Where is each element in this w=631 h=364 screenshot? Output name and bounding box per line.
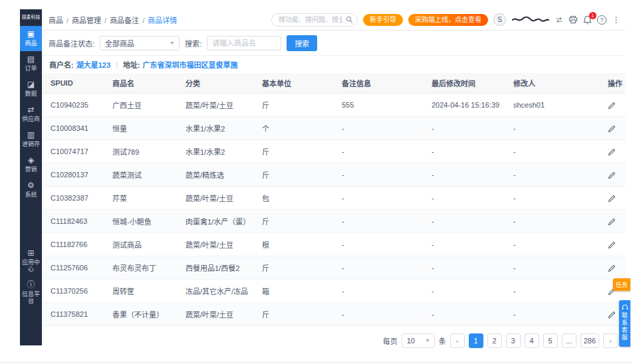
sidebar-item-icon: ◈: [28, 156, 34, 165]
chevron-down-icon: [170, 42, 174, 45]
cell-category: 蔬菜/叶菜/土豆: [182, 303, 258, 326]
cell-category: 蔬菜/精炼选: [182, 163, 258, 187]
global-search: [271, 13, 358, 27]
customer-service-label: 联系客服: [620, 312, 629, 341]
guide-button[interactable]: 新手引导: [363, 14, 403, 26]
cell-product-name: 测试商品: [108, 233, 182, 256]
merchant-address-link[interactable]: 广东省深圳市福田区显俊草施: [143, 59, 238, 70]
status-filter-select[interactable]: 全部商品: [100, 36, 180, 50]
global-search-input[interactable]: [271, 13, 358, 27]
divider: |: [116, 60, 118, 68]
next-page-button[interactable]: ›: [603, 333, 618, 348]
cell-unit: 斤: [258, 140, 338, 163]
merchant-name-link[interactable]: 湖大星123: [76, 59, 110, 70]
breadcrumb-item[interactable]: 商品详情: [139, 15, 177, 25]
sidebar-item-icon: ⓘ: [27, 281, 35, 290]
printer-icon[interactable]: [568, 15, 578, 24]
cell-note: -: [338, 303, 428, 326]
cell-product-name: 恒城-小鲍鱼: [108, 210, 182, 233]
page-buttons: 1 2 3 4 5 ... 286: [469, 333, 599, 348]
page-button[interactable]: 286: [580, 333, 599, 348]
cell-modified-at: -: [428, 187, 509, 210]
merchant-name-label: 商户名:: [49, 59, 74, 70]
sidebar-item[interactable]: ⊞ 应用中心: [20, 245, 42, 277]
edit-icon[interactable]: [608, 171, 616, 179]
edit-icon[interactable]: [608, 241, 616, 249]
sidebar-item[interactable]: ⓘ 信息平台: [20, 277, 42, 309]
cell-modified-at: -: [428, 140, 509, 163]
promo-button[interactable]: 采购端上线，点击查看: [408, 14, 488, 26]
sidebar-item-label: 信息平台: [20, 291, 42, 304]
cell-spuid: C10008341: [42, 117, 108, 140]
sidebar-item[interactable]: ◪ 数据: [20, 76, 42, 102]
topbar-right: 新手引导 采购端上线，点击查看 S 1: [271, 13, 620, 27]
sidebar-item[interactable]: ⚙ 系统: [20, 177, 42, 203]
more-menu-icon[interactable]: ⋮: [612, 15, 620, 24]
cell-unit: 斤: [258, 303, 338, 326]
cell-modified-by: shcesh01: [509, 94, 604, 117]
page-button[interactable]: 1: [469, 333, 483, 348]
cell-spuid: C10940235: [42, 94, 108, 117]
cell-modified-at: -: [428, 233, 509, 256]
per-page-select[interactable]: 10: [402, 333, 435, 348]
avatar[interactable]: S: [493, 13, 506, 26]
edit-icon[interactable]: [608, 148, 616, 156]
sidebar-item-label: 营销: [20, 166, 42, 173]
merchant-bar: 商户名: 湖大星123 | 地址: 广东省深圳市福田区显俊草施: [42, 56, 626, 73]
product-name-input[interactable]: [207, 36, 281, 50]
page-button[interactable]: 5: [543, 333, 558, 348]
prev-page-button[interactable]: ‹: [450, 333, 465, 348]
cell-category: 水果1/水果2: [182, 117, 258, 140]
per-page-value: 10: [407, 337, 415, 345]
customer-service-tab[interactable]: 联系客服: [619, 300, 630, 347]
cell-product-name: 周转筐: [108, 280, 182, 303]
page-button[interactable]: ...: [562, 333, 576, 348]
cell-product-name: 蔬菜测试: [108, 163, 182, 187]
chevron-down-icon: [426, 339, 430, 342]
cell-note: -: [338, 117, 428, 140]
breadcrumb: 商品 商品管理 商品备注 商品详情: [49, 15, 177, 25]
cell-modified-by: -: [509, 233, 604, 256]
sidebar-item-label: 商品: [20, 40, 42, 46]
help-icon[interactable]: ?: [597, 15, 606, 25]
switch-account-icon[interactable]: [555, 17, 563, 23]
breadcrumb-item[interactable]: 商品备注: [101, 15, 139, 25]
cell-spuid: C11257606: [42, 256, 108, 280]
edit-icon[interactable]: [608, 102, 616, 110]
cell-actions: [604, 117, 626, 140]
sidebar-item[interactable]: ▤ 订单: [20, 51, 42, 76]
edit-icon[interactable]: [608, 218, 616, 226]
per-page-unit: 条: [439, 335, 446, 346]
search-button[interactable]: 搜索: [287, 35, 317, 51]
page-button[interactable]: 2: [487, 333, 502, 348]
table-row: C10008341 恒量 水果1/水果2 个 - - -: [42, 117, 626, 140]
cell-spuid: C11375821: [42, 303, 108, 326]
table-row: C10074717 测试789 水果1/水果2 斤 - - -: [42, 140, 626, 163]
breadcrumb-item[interactable]: 商品: [49, 15, 63, 25]
bell-icon[interactable]: 1: [583, 15, 592, 25]
cell-product-name: 芹菜: [108, 187, 182, 210]
edit-icon[interactable]: [608, 195, 616, 203]
edit-icon[interactable]: [608, 264, 616, 272]
task-tab[interactable]: 任务: [613, 278, 630, 291]
sidebar-item-label: 系统: [20, 191, 42, 198]
cell-modified-at: 2024-04-16 15:16:39: [428, 94, 509, 117]
cell-product-name: 测试789: [108, 140, 182, 163]
column-header: 备注信息: [338, 73, 428, 94]
cell-spuid: C10382387: [42, 187, 108, 210]
page-button[interactable]: 4: [525, 333, 539, 348]
sidebar-item[interactable]: ▥ 进销存: [20, 127, 42, 152]
breadcrumb-item[interactable]: 商品管理: [63, 15, 101, 25]
page-button[interactable]: 3: [506, 333, 521, 348]
sidebar-item[interactable]: ▣ 商品: [20, 26, 42, 51]
cell-category: 蔬菜/叶菜/土豆: [182, 94, 258, 117]
cell-actions: [604, 210, 626, 233]
brand-logo: 观麦科技: [20, 9, 42, 26]
edit-icon[interactable]: [608, 125, 616, 133]
sidebar-item[interactable]: ⇄ 供应商: [20, 102, 42, 127]
cell-note: -: [338, 280, 428, 303]
sidebar-item-label: 供应商: [20, 116, 42, 122]
cell-actions: [604, 94, 626, 117]
edit-icon[interactable]: [608, 311, 616, 319]
sidebar-item[interactable]: ◈ 营销: [20, 152, 42, 177]
